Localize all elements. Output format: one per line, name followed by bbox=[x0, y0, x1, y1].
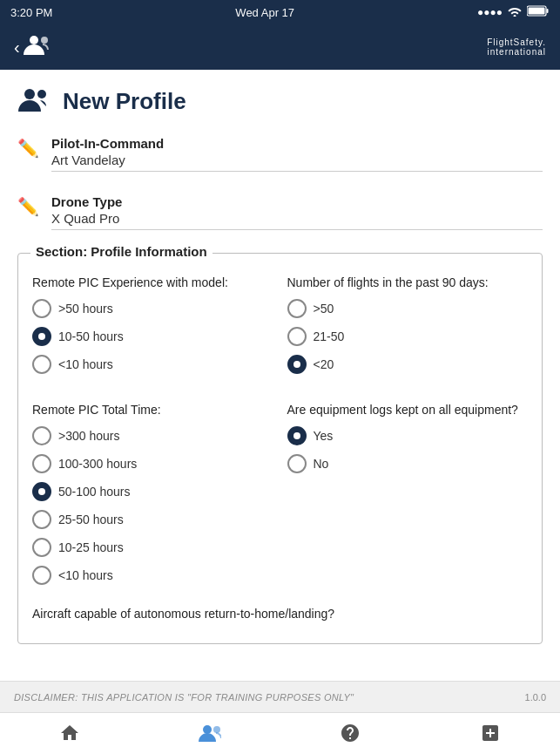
flights-21-50-radio[interactable] bbox=[287, 327, 307, 346]
new-icon bbox=[480, 723, 501, 747]
exp-10-50-radio[interactable] bbox=[32, 327, 51, 346]
exp-lt10-option[interactable]: <10 hours bbox=[32, 355, 273, 374]
page-title-row: New Profile bbox=[17, 84, 543, 119]
pilot-field-value: Art Vandelay bbox=[51, 153, 543, 167]
nav-new[interactable]: New bbox=[420, 713, 560, 747]
total-lt10-option[interactable]: <10 hours bbox=[32, 566, 273, 585]
profile-grid-bottom: Remote PIC Total Time: >300 hours 100-30… bbox=[32, 395, 528, 594]
nav-profiles[interactable]: Profiles bbox=[140, 713, 280, 747]
page-title: New Profile bbox=[63, 88, 186, 115]
svg-point-8 bbox=[213, 726, 220, 733]
total-10-25-option[interactable]: 10-25 hours bbox=[32, 538, 273, 557]
flights-lt20-option[interactable]: <20 bbox=[287, 355, 529, 374]
nav-home[interactable]: Home bbox=[0, 713, 140, 747]
pilot-field-label: Pilot-In-Command bbox=[51, 136, 543, 151]
brand-logo: FlightSafety. international bbox=[487, 37, 546, 57]
back-button[interactable]: ‹ bbox=[14, 32, 53, 62]
exp-lt10-radio[interactable] bbox=[32, 355, 51, 374]
users-icon bbox=[24, 32, 53, 62]
flights-gt50-option[interactable]: >50 bbox=[287, 299, 529, 318]
drone-field-row: ✏️ Drone Type X Quad Pro bbox=[17, 194, 543, 237]
drone-field-content: Drone Type X Quad Pro bbox=[51, 194, 543, 230]
flights-gt50-label: >50 bbox=[314, 302, 334, 316]
flights-lt20-label: <20 bbox=[314, 357, 334, 371]
logs-no-label: No bbox=[314, 457, 329, 471]
total-100-300-option[interactable]: 100-300 hours bbox=[32, 454, 273, 473]
pilot-edit-icon[interactable]: ✏️ bbox=[17, 138, 39, 159]
autonomous-section: Aircraft capable of autonomous return-to… bbox=[32, 606, 528, 634]
help-icon bbox=[340, 723, 361, 747]
svg-rect-1 bbox=[547, 9, 549, 13]
logs-yes-option[interactable]: Yes bbox=[287, 426, 529, 445]
main-content: New Profile ✏️ Pilot-In-Command Art Vand… bbox=[0, 70, 560, 681]
nav-help[interactable]: Help bbox=[280, 713, 421, 747]
home-icon bbox=[59, 723, 80, 747]
flights-lt20-radio[interactable] bbox=[287, 355, 307, 374]
svg-point-4 bbox=[41, 37, 48, 44]
pilot-field-content: Pilot-In-Command Art Vandelay bbox=[51, 136, 543, 172]
nav-bar: ‹ FlightSafety. international bbox=[0, 24, 560, 70]
exp-gt50-option[interactable]: >50 hours bbox=[32, 299, 273, 318]
exp-lt10-label: <10 hours bbox=[58, 357, 113, 371]
flights-label: Number of flights in the past 90 days: bbox=[287, 275, 529, 290]
flights-21-50-label: 21-50 bbox=[314, 329, 345, 343]
logs-no-option[interactable]: No bbox=[287, 454, 529, 473]
total-25-50-radio[interactable] bbox=[32, 510, 51, 529]
flights-21-50-option[interactable]: 21-50 bbox=[287, 327, 529, 346]
total-100-300-label: 100-300 hours bbox=[58, 457, 137, 471]
svg-point-7 bbox=[203, 725, 212, 734]
flights-col: Number of flights in the past 90 days: >… bbox=[287, 268, 529, 383]
pic-experience-label: Remote PIC Experience with model: bbox=[32, 275, 273, 290]
total-gt300-label: >300 hours bbox=[58, 429, 119, 443]
profile-info-section: Section: Profile Information Remote PIC … bbox=[17, 253, 543, 644]
signal-icon: ●●●● bbox=[477, 6, 503, 18]
svg-point-3 bbox=[30, 36, 38, 44]
pic-experience-col: Remote PIC Experience with model: >50 ho… bbox=[32, 268, 273, 383]
drone-underline bbox=[51, 229, 543, 230]
total-time-col: Remote PIC Total Time: >300 hours 100-30… bbox=[32, 395, 273, 594]
svg-point-5 bbox=[24, 89, 35, 99]
total-25-50-option[interactable]: 25-50 hours bbox=[32, 510, 273, 529]
drone-edit-icon[interactable]: ✏️ bbox=[17, 196, 39, 217]
total-100-300-radio[interactable] bbox=[32, 454, 51, 473]
logs-yes-radio[interactable] bbox=[287, 426, 307, 445]
exp-gt50-label: >50 hours bbox=[58, 302, 113, 316]
status-date: Wed Apr 17 bbox=[235, 6, 294, 19]
equipment-logs-label: Are equipment logs kept on all equipment… bbox=[287, 402, 529, 418]
total-10-25-label: 10-25 hours bbox=[58, 540, 124, 554]
total-50-100-radio[interactable] bbox=[32, 482, 51, 501]
autonomous-label: Aircraft capable of autonomous return-to… bbox=[32, 606, 528, 621]
svg-point-6 bbox=[37, 90, 46, 98]
battery-icon bbox=[527, 5, 550, 19]
wifi-icon bbox=[508, 6, 522, 19]
drone-field-label: Drone Type bbox=[51, 194, 543, 209]
logs-no-radio[interactable] bbox=[287, 454, 307, 473]
profile-section-title: Section: Profile Information bbox=[30, 244, 213, 259]
total-10-25-radio[interactable] bbox=[32, 538, 51, 557]
equipment-logs-col: Are equipment logs kept on all equipment… bbox=[287, 395, 529, 594]
profile-grid-top: Remote PIC Experience with model: >50 ho… bbox=[32, 268, 528, 383]
exp-gt50-radio[interactable] bbox=[32, 299, 51, 318]
status-time: 3:20 PM bbox=[10, 6, 52, 19]
total-50-100-option[interactable]: 50-100 hours bbox=[32, 482, 273, 501]
total-time-label: Remote PIC Total Time: bbox=[32, 402, 273, 418]
back-arrow-icon: ‹ bbox=[14, 37, 20, 58]
flights-gt50-radio[interactable] bbox=[287, 299, 307, 318]
total-25-50-label: 25-50 hours bbox=[58, 513, 124, 526]
bottom-nav: Home Profiles Help New bbox=[0, 712, 560, 747]
svg-rect-2 bbox=[529, 8, 545, 15]
total-50-100-label: 50-100 hours bbox=[58, 485, 131, 499]
exp-10-50-option[interactable]: 10-50 hours bbox=[32, 327, 273, 346]
drone-field-section: ✏️ Drone Type X Quad Pro bbox=[17, 194, 543, 237]
exp-10-50-label: 10-50 hours bbox=[58, 329, 124, 343]
total-lt10-radio[interactable] bbox=[32, 566, 51, 585]
total-gt300-option[interactable]: >300 hours bbox=[32, 426, 273, 445]
logs-yes-label: Yes bbox=[314, 429, 334, 443]
profiles-icon bbox=[199, 723, 221, 747]
total-gt300-radio[interactable] bbox=[32, 426, 51, 445]
disclaimer-text: DISCLAIMER: THIS APPLICATION IS "FOR TRA… bbox=[14, 692, 354, 703]
version-label: 1.0.0 bbox=[525, 692, 546, 703]
status-bar: 3:20 PM Wed Apr 17 ●●●● bbox=[0, 0, 560, 24]
pilot-underline bbox=[51, 171, 543, 172]
pilot-field-row: ✏️ Pilot-In-Command Art Vandelay bbox=[17, 136, 543, 179]
